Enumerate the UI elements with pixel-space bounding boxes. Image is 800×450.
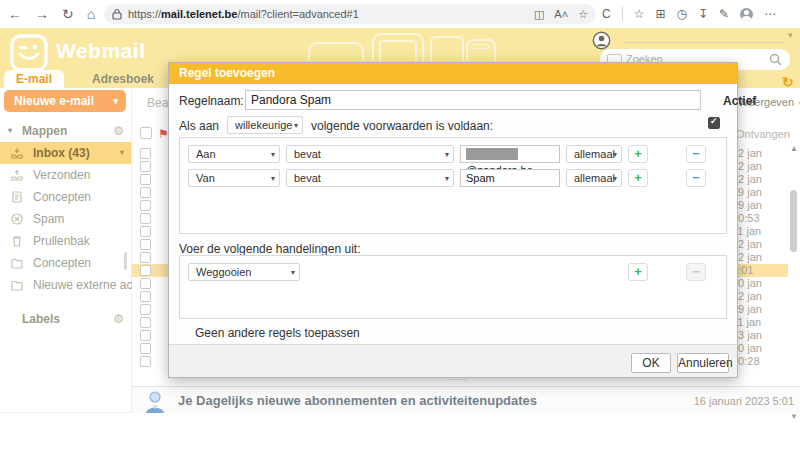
folder-section: ▾ Mappen ⚙ Inbox (43)▾VerzondenConcepten…: [0, 120, 131, 330]
row-checkbox[interactable]: [140, 252, 151, 263]
remove-condition-button[interactable]: −: [686, 169, 706, 187]
folder-icon: [10, 256, 24, 270]
action-select[interactable]: Weggooien▾: [188, 263, 300, 281]
sidebar-item-verzonden[interactable]: Verzonden: [0, 164, 131, 186]
downloads-icon[interactable]: ↧: [698, 7, 708, 21]
new-email-caret-icon[interactable]: ▾: [113, 90, 118, 112]
chevron-down-icon: ▾: [445, 146, 449, 163]
remove-action-button: −: [686, 263, 706, 281]
sidebar-item-concepten[interactable]: Concepten: [0, 186, 131, 208]
back-icon[interactable]: ←: [8, 6, 22, 22]
trash-icon: [10, 234, 24, 248]
account-caret-icon[interactable]: ▾: [788, 30, 793, 40]
refresh-list-icon[interactable]: ↻: [782, 74, 794, 88]
url-text[interactable]: https://mail.telenet.be/mail?client=adva…: [128, 8, 359, 20]
row-checkbox[interactable]: [140, 226, 151, 237]
row-checkbox[interactable]: [140, 356, 151, 367]
new-email-button[interactable]: Nieuwe e-mail ▾: [4, 90, 126, 112]
row-checkbox[interactable]: [140, 187, 151, 198]
tab-adresboek[interactable]: Adresboek: [80, 70, 166, 88]
list-scrollbar[interactable]: ▲ ▼: [788, 144, 799, 420]
account-avatar-icon[interactable]: [592, 31, 611, 50]
row-checkbox[interactable]: [140, 330, 151, 341]
row-checkbox[interactable]: [140, 278, 151, 289]
preview-subject: Je Dagelijks nieuwe abonnementen en acti…: [178, 393, 537, 408]
row-checkbox[interactable]: [140, 239, 151, 250]
sidebar-item-nieuwe-externe-account[interactable]: Nieuwe externe account: [0, 274, 131, 296]
cancel-button[interactable]: Annuleren: [677, 353, 729, 373]
folder-label: Concepten: [33, 256, 91, 270]
redacted-text: [466, 148, 518, 160]
forward-icon[interactable]: →: [35, 6, 49, 22]
history-icon[interactable]: ◷: [677, 7, 687, 21]
tab-groups-icon[interactable]: ⊞: [655, 7, 665, 21]
labels-gear-icon[interactable]: ⚙: [113, 308, 124, 330]
browser-action-icons: C☆⊞◷↧✎⋯: [602, 0, 776, 28]
row-checkbox[interactable]: [140, 265, 151, 276]
row-checkbox[interactable]: [140, 161, 151, 172]
sidebar-item-spam[interactable]: Spam: [0, 208, 131, 230]
condition-suffix: volgende voorwaarden is voldaan:: [311, 119, 493, 133]
condition-mode-select[interactable]: willekeurige▾: [227, 116, 303, 134]
split-screen-icon[interactable]: ◫: [534, 8, 544, 21]
condition-value-input[interactable]: Spam: [460, 169, 560, 187]
copilot-icon[interactable]: C: [602, 7, 611, 21]
condition-scope-select[interactable]: allemaal▾: [566, 145, 622, 163]
actions-panel: Weggooien▾+−: [179, 255, 727, 319]
sidebar-item-inbox-43-[interactable]: Inbox (43)▾: [0, 142, 131, 164]
rule-name-input[interactable]: Pandora Spam: [245, 90, 701, 110]
row-checkbox[interactable]: [140, 343, 151, 354]
condition-field-select[interactable]: Van▾: [188, 169, 280, 187]
select-all-checkbox[interactable]: [140, 127, 152, 139]
home-icon[interactable]: ⌂: [87, 6, 95, 22]
remove-condition-button[interactable]: −: [686, 145, 706, 163]
row-checkbox[interactable]: [140, 291, 151, 302]
add-action-button[interactable]: +: [628, 263, 648, 281]
folder-icon: [10, 278, 24, 292]
scroll-down-icon[interactable]: ▼: [790, 412, 798, 421]
refresh-icon[interactable]: ↻: [62, 6, 74, 22]
collapse-icon[interactable]: ▾: [8, 120, 12, 142]
condition-field-select[interactable]: Aan▾: [188, 145, 280, 163]
ok-button[interactable]: OK: [631, 353, 671, 373]
condition-operator-select[interactable]: bevat▾: [286, 169, 454, 187]
row-checkbox[interactable]: [140, 213, 151, 224]
row-checkbox[interactable]: [140, 174, 151, 185]
profile-icon[interactable]: [740, 8, 753, 21]
read-aloud-icon[interactable]: A˄: [554, 8, 568, 20]
divider: [622, 7, 623, 21]
condition-value-input[interactable]: @pandora.be: [460, 145, 560, 163]
search-icon[interactable]: [769, 53, 782, 66]
sidebar-item-prullenbak[interactable]: Prullenbak: [0, 230, 131, 252]
folders-section-header[interactable]: ▾ Mappen ⚙: [0, 120, 131, 142]
web-capture-icon[interactable]: ✎: [719, 7, 729, 21]
conditions-panel: Aan▾bevat▾@pandora.beallemaal▾+−Van▾beva…: [179, 137, 727, 234]
favorites-bar-icon[interactable]: ☆: [634, 7, 645, 21]
tab-e-mail[interactable]: E-mail: [4, 70, 64, 88]
labels-section-header[interactable]: Labels ⚙: [0, 308, 131, 330]
message-preview-row[interactable]: Je Dagelijks nieuwe abonnementen en acti…: [132, 386, 800, 413]
condition-operator-select[interactable]: bevat▾: [286, 145, 454, 163]
condition-value-text: Spam: [466, 172, 495, 184]
row-checkbox[interactable]: [140, 148, 151, 159]
sidebar-item-concepten[interactable]: Concepten: [0, 252, 131, 274]
received-column-header[interactable]: Ontvangen: [736, 128, 790, 140]
favorites-icon[interactable]: ☆: [578, 8, 588, 21]
folder-caret-icon[interactable]: ▾: [120, 142, 124, 164]
draft-icon: [10, 190, 24, 204]
more-icon[interactable]: ⋯: [764, 7, 776, 21]
row-checkbox[interactable]: [140, 317, 151, 328]
add-condition-button[interactable]: +: [628, 169, 648, 187]
sidebar-scrollbar[interactable]: [124, 252, 127, 270]
scroll-up-icon[interactable]: ▲: [790, 144, 798, 153]
add-condition-button[interactable]: +: [628, 145, 648, 163]
row-checkbox[interactable]: [140, 304, 151, 315]
folder-label: Spam: [33, 212, 64, 226]
scrollbar-thumb[interactable]: [790, 190, 797, 252]
row-checkbox[interactable]: [140, 200, 151, 211]
active-checkbox[interactable]: [708, 117, 720, 129]
folders-gear-icon[interactable]: ⚙: [113, 120, 124, 142]
address-bar[interactable]: https://mail.telenet.be/mail?client=adva…: [104, 4, 596, 24]
condition-scope-select[interactable]: allemaal▾: [566, 169, 622, 187]
sent-icon: [10, 168, 24, 182]
